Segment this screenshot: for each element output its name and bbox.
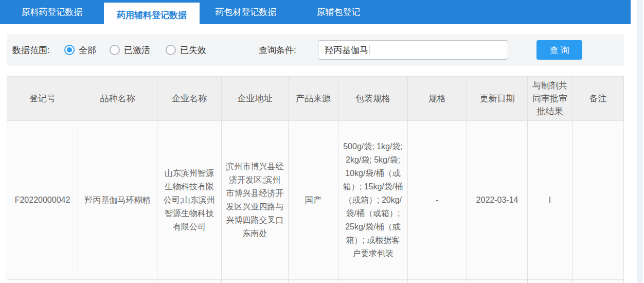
table-header: 登记号 品种名称 企业名称 企业地址 产品来源 包装规格 规格 更新日期 与制剂… — [7, 77, 624, 121]
radio-activated[interactable]: 已激活 — [110, 34, 150, 66]
data-scope-label: 数据范围: — [12, 34, 50, 66]
radio-icon[interactable] — [110, 45, 120, 55]
cell-variety-name: 羟丙基伽马环糊精 — [78, 121, 157, 280]
cell-update-date: 2022-03-14 — [467, 121, 528, 280]
search-button[interactable]: 查询 — [536, 40, 582, 60]
vertical-scrollbar[interactable] — [637, 0, 642, 283]
table-row: F20220000042 羟丙基伽马环糊精 山东滨州智源生物科技有限公司;山东滨… — [7, 121, 624, 280]
col-registration-no: 登记号 — [7, 77, 78, 121]
radio-label: 已失效 — [180, 44, 206, 56]
col-variety-name: 品种名称 — [78, 77, 157, 121]
radio-all[interactable]: 全部 — [64, 34, 96, 66]
cell-company-name: 山东滨州智源生物科技有限公司;山东滨州智源生物科技有限公司 — [157, 121, 222, 280]
table-row-clipped — [7, 280, 624, 283]
col-approval-result: 与制剂共同审批审批结果 — [528, 77, 573, 121]
tab-excipient-registration-data[interactable]: 药用辅料登记数据 — [104, 3, 200, 27]
cell-packaging-spec: 500g/袋; 1kg/袋; 2kg/袋; 5kg/袋; 10kg/袋/桶（或箱… — [338, 121, 408, 280]
cell-company-address: 滨州市博兴县经济开发区;滨州市博兴县经济开发区兴业四路与兴博四路交叉口东南处 — [222, 121, 289, 280]
col-update-date: 更新日期 — [467, 77, 528, 121]
cell-remark — [573, 121, 624, 280]
radio-label: 已激活 — [124, 44, 150, 56]
col-company-address: 企业地址 — [222, 77, 289, 121]
radio-icon[interactable] — [166, 45, 176, 55]
tab-label: 原料药登记数据 — [22, 6, 83, 18]
col-company-name: 企业名称 — [157, 77, 222, 121]
radio-label: 全部 — [79, 44, 96, 56]
query-input[interactable]: 羟丙基伽马 — [318, 40, 508, 60]
tab-raw-excipient-packaging-registration[interactable]: 原辅包登记 — [292, 0, 385, 24]
text-caret — [369, 45, 369, 55]
tab-packaging-material-registration-data[interactable]: 药包材登记数据 — [200, 0, 292, 24]
col-specification: 规格 — [408, 77, 467, 121]
tab-label: 药用辅料登记数据 — [117, 9, 187, 21]
table-body: F20220000042 羟丙基伽马环糊精 山东滨州智源生物科技有限公司;山东滨… — [7, 121, 624, 283]
col-product-source: 产品来源 — [289, 77, 338, 121]
table-header-row: 登记号 品种名称 企业名称 企业地址 产品来源 包装规格 规格 更新日期 与制剂… — [7, 77, 624, 121]
radio-icon[interactable] — [64, 45, 75, 55]
tab-label: 原辅包登记 — [317, 6, 361, 18]
page: 原料药登记数据 药用辅料登记数据 药包材登记数据 原辅包登记 数据范围: 全部 … — [0, 0, 644, 283]
col-packaging-spec: 包装规格 — [338, 77, 408, 121]
cell-approval-result: I — [528, 121, 573, 280]
tab-bar: 原料药登记数据 药用辅料登记数据 药包材登记数据 原辅包登记 — [0, 0, 631, 24]
query-condition-label: 查询条件: — [259, 34, 296, 66]
tab-label: 药包材登记数据 — [216, 6, 277, 18]
query-input-value: 羟丙基伽马 — [325, 44, 368, 56]
radio-expired[interactable]: 已失效 — [166, 34, 206, 66]
col-remark: 备注 — [573, 77, 624, 121]
cell-product-source: 国产 — [289, 121, 338, 280]
filter-bar: 数据范围: 全部 已激活 已失效 查询条件: 羟丙基伽马 查询 — [7, 34, 624, 66]
results-table: 登记号 品种名称 企业名称 企业地址 产品来源 包装规格 规格 更新日期 与制剂… — [7, 76, 624, 283]
tab-api-registration-data[interactable]: 原料药登记数据 — [0, 0, 104, 24]
cell-registration-no: F20220000042 — [7, 121, 78, 280]
cell-specification: - — [408, 121, 467, 280]
